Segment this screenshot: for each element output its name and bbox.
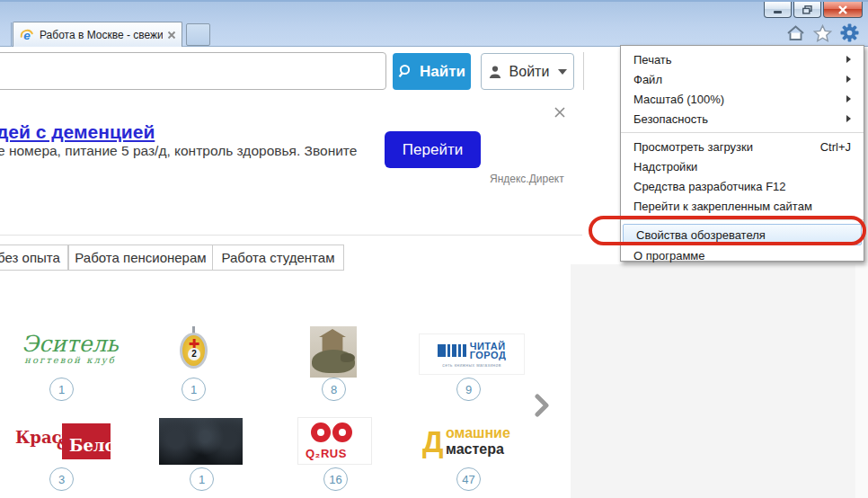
menu-separator (621, 132, 864, 133)
menu-item-security[interactable]: Безопасность (621, 109, 864, 129)
dm-name-bottom: мастера (446, 441, 504, 458)
tab-title: Работа в Москве - свежие... (40, 29, 163, 41)
tab-close-icon[interactable] (167, 31, 176, 40)
ie-favicon: e (19, 27, 35, 43)
kb-ampersand: & (57, 436, 69, 453)
chitai-name-2: ГОРОД (470, 351, 507, 360)
header-divider (583, 52, 584, 90)
user-icon (488, 65, 502, 79)
submenu-arrow-icon (846, 95, 851, 102)
menu-item-print[interactable]: Печать (621, 49, 864, 69)
ad-attribution: Яндекс.Директ (490, 173, 564, 185)
favorites-star-icon[interactable] (813, 24, 832, 42)
find-button[interactable]: Найти (393, 53, 471, 90)
tab-students[interactable]: Работа студентам (212, 245, 344, 271)
vacancy-count-badge[interactable]: 9 (456, 378, 481, 401)
chitai-name-1: ЧИТАЙ (470, 342, 507, 351)
ad-close-icon[interactable] (553, 105, 567, 120)
shortcut-label: Ctrl+J (820, 140, 851, 154)
company-logo-esitel[interactable]: Эситель ногтевой клуб (16, 333, 124, 373)
tab-pensioners[interactable]: Работа пенсионерам (68, 245, 213, 271)
esitel-name: Эситель (16, 333, 124, 355)
menu-item-dev-tools[interactable]: Средства разработчика F12 (621, 176, 864, 196)
new-tab-button[interactable] (186, 23, 210, 46)
vacancy-count-badge[interactable]: 1 (182, 378, 206, 401)
company-logo-emblem[interactable]: ✚ 2 (178, 326, 210, 373)
menu-item-addons[interactable]: Надстройки (621, 156, 864, 176)
browser-tab[interactable]: e Работа в Москве - свежие... (13, 22, 182, 47)
search-icon (398, 64, 413, 79)
menu-item-about[interactable]: О программе (621, 245, 864, 265)
login-button[interactable]: Войти (481, 53, 574, 90)
page-side-panel (571, 264, 868, 498)
restore-icon (802, 5, 812, 14)
close-button[interactable] (823, 2, 863, 18)
browser-chrome: e Работа в Москве - свежие... (0, 0, 868, 47)
tools-gear-icon[interactable] (840, 23, 859, 42)
qrus-ring-left (311, 422, 331, 442)
browser-window: e Работа в Москве - свежие... (0, 0, 868, 498)
carousel-next-icon[interactable] (534, 394, 550, 417)
ad-go-button[interactable]: Перейти (385, 131, 481, 168)
submenu-arrow-icon (846, 76, 851, 83)
ad-description: е номера, питание 5 раз/д, контроль здор… (0, 143, 357, 159)
qrus-ring-right (332, 422, 352, 442)
qrus-name: Q₂RUS (306, 447, 347, 460)
company-logo-chitai-gorod[interactable]: ЧИТАЙ ГОРОД сеть книжных магазинов (420, 334, 524, 374)
submenu-arrow-icon (846, 115, 851, 122)
company-logo-dark-photo[interactable] (159, 418, 243, 465)
vacancy-count-badge[interactable]: 8 (322, 378, 346, 401)
tab-bar-divider (11, 22, 12, 46)
tools-menu: Печать Файл Масштаб (100%) Безопасность … (620, 45, 864, 262)
chitai-gorod-bars (438, 344, 466, 357)
company-logo-qrus[interactable]: Q₂RUS (298, 418, 371, 464)
login-button-label: Войти (509, 64, 550, 80)
home-icon[interactable] (786, 24, 805, 41)
turtle-head-shape (341, 353, 355, 362)
menu-item-internet-options[interactable]: Свойства обозревателя (623, 224, 862, 245)
vacancy-count-badge[interactable]: 16 (323, 467, 348, 491)
vacancy-count-badge[interactable]: 1 (49, 378, 74, 401)
company-logo-domashnie-mastera[interactable]: Д омашние мастера (422, 425, 523, 463)
chevron-down-icon (558, 69, 567, 75)
menu-separator (621, 219, 864, 220)
search-input[interactable] (0, 52, 386, 90)
close-icon (837, 5, 848, 14)
minimize-button[interactable] (764, 2, 792, 18)
menu-item-file[interactable]: Файл (621, 69, 864, 89)
tabs-top-border (0, 235, 582, 236)
restore-button[interactable] (793, 2, 821, 18)
vacancy-count-badge[interactable]: 47 (456, 467, 481, 491)
chitai-subtitle: сеть книжных магазинов (442, 362, 500, 368)
window-controls (764, 2, 863, 18)
ad-headline-link[interactable]: дей с деменцией (0, 121, 155, 143)
find-button-label: Найти (420, 63, 465, 81)
emblem-number: 2 (188, 348, 200, 360)
svg-text:e: e (23, 29, 31, 42)
kb-name-bottom: Белое (69, 436, 126, 455)
menu-item-view-downloads[interactable]: Просмотреть загрузки Ctrl+J (621, 137, 864, 156)
submenu-arrow-icon (846, 56, 851, 63)
tab-no-experience[interactable]: без опыта (0, 245, 68, 271)
dm-name-top: омашние (446, 425, 510, 441)
minimize-icon (774, 11, 782, 13)
menu-item-zoom[interactable]: Масштаб (100%) (621, 89, 864, 109)
vacancy-count-badge[interactable]: 3 (49, 467, 74, 491)
dm-letter-icon: Д (422, 427, 444, 457)
vacancy-count-badge[interactable]: 1 (190, 467, 214, 491)
company-logo-turtle-photo[interactable] (310, 326, 357, 378)
company-logo-krasnoe-beloe[interactable]: Красное & Белое (15, 421, 111, 464)
esitel-subtitle: ногтевой клуб (16, 355, 124, 365)
menu-item-pinned-sites[interactable]: Перейти к закрепленным сайтам (621, 196, 864, 216)
